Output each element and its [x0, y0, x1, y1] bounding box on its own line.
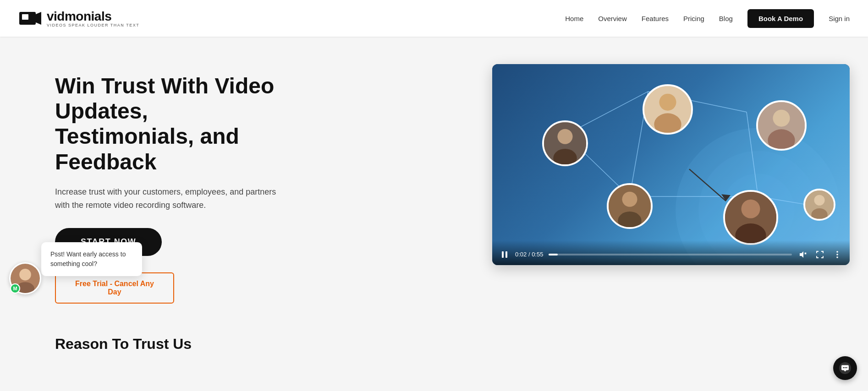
sign-in-link[interactable]: Sign in — [829, 15, 850, 22]
svg-point-4 — [19, 269, 31, 281]
nav-blog[interactable]: Blog — [719, 15, 733, 22]
hero-section: Win Trust With Video Updates, Testimonia… — [0, 37, 868, 322]
svg-point-22 — [558, 129, 573, 144]
svg-marker-1 — [36, 12, 41, 25]
person-circle-far-right — [803, 189, 835, 221]
video-player[interactable]: 0:02 / 0:55 — [492, 64, 850, 265]
svg-rect-2 — [22, 14, 28, 20]
video-controls-right — [797, 250, 842, 260]
play-pause-button[interactable] — [500, 250, 510, 260]
logo-tagline: VIDEOS SPEAK LOUDER THAN TEXT — [47, 23, 139, 27]
nav-features[interactable]: Features — [642, 15, 669, 22]
video-time: 0:02 / 0:55 — [515, 251, 543, 258]
video-progress-fill — [549, 254, 557, 255]
bottom-section: Reason To Trust Us — [0, 322, 868, 362]
video-controls: 0:02 / 0:55 — [492, 240, 850, 265]
chat-popup: Psst! Want early access to something coo… — [41, 242, 142, 276]
nav-pricing[interactable]: Pricing — [683, 15, 704, 22]
book-demo-button[interactable]: Book A Demo — [747, 9, 814, 28]
svg-point-28 — [622, 192, 637, 207]
person-circle-bottom-right — [723, 190, 778, 245]
svg-point-31 — [741, 200, 760, 218]
nav-links: Home Overview Features Pricing Blog Book… — [565, 9, 850, 28]
more-options-button[interactable] — [832, 250, 842, 260]
hero-right: 0:02 / 0:55 — [492, 64, 850, 265]
video-progress-bar[interactable] — [549, 254, 792, 255]
svg-marker-38 — [800, 251, 803, 258]
nav-home[interactable]: Home — [565, 15, 583, 22]
video-background — [492, 64, 850, 265]
svg-rect-37 — [505, 251, 507, 258]
svg-point-43 — [836, 256, 838, 258]
free-trial-button[interactable]: Free Trial - Cancel Any Day — [55, 272, 174, 304]
logo-icon — [18, 10, 42, 27]
mute-button[interactable] — [797, 250, 808, 260]
logo[interactable]: vidmonials VIDEOS SPEAK LOUDER THAN TEXT — [18, 9, 139, 27]
svg-point-41 — [836, 251, 838, 253]
logo-text-container: vidmonials VIDEOS SPEAK LOUDER THAN TEXT — [47, 9, 139, 27]
logo-name: vidmonials — [47, 9, 139, 24]
fullscreen-button[interactable] — [815, 250, 825, 260]
svg-point-25 — [773, 110, 790, 127]
svg-point-34 — [814, 195, 824, 206]
nav-overview[interactable]: Overview — [598, 15, 627, 22]
hero-heading: Win Trust With Video Updates, Testimonia… — [55, 73, 284, 174]
navbar: vidmonials VIDEOS SPEAK LOUDER THAN TEXT… — [0, 0, 868, 37]
hero-subtext: Increase trust with your customers, empl… — [55, 185, 284, 212]
reason-title: Reason To Trust Us — [55, 336, 813, 353]
person-circle-bottom-left — [607, 183, 653, 229]
svg-point-42 — [836, 254, 838, 255]
chat-popup-text: Psst! Want early access to something coo… — [50, 250, 126, 267]
person-circle-right-top — [756, 100, 807, 151]
person-circle-top — [643, 84, 693, 135]
svg-point-19 — [659, 94, 676, 111]
svg-rect-36 — [502, 251, 504, 258]
person-circle-left — [542, 120, 588, 166]
